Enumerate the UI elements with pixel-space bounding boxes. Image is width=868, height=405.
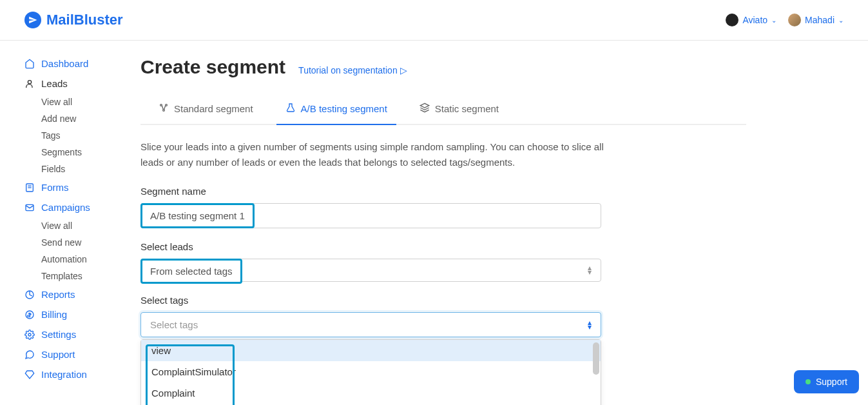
sidebar-item-support[interactable]: Support: [24, 344, 140, 364]
sidebar-item-billing[interactable]: Billing: [24, 304, 140, 324]
dollar-icon: [24, 310, 35, 320]
form-icon: [24, 183, 35, 193]
org-avatar-icon: [726, 14, 738, 26]
brand-name: MailBluster: [46, 12, 123, 28]
sidebar-item-integration[interactable]: Integration: [24, 364, 140, 384]
play-icon: ▷: [400, 65, 407, 75]
highlight-segment-name: A/B testing segment 1: [140, 203, 255, 228]
chart-icon: [24, 290, 35, 300]
label-select-tags: Select tags: [140, 295, 746, 306]
svg-point-7: [28, 333, 31, 336]
description: Slice your leads into a given number of …: [140, 139, 604, 170]
org-switcher[interactable]: Aviato ⌄: [726, 14, 776, 26]
header-right: Aviato ⌄ Mahadi ⌄: [726, 14, 844, 26]
svg-point-10: [163, 110, 165, 112]
network-icon: [159, 103, 169, 115]
layers-icon: [420, 103, 430, 115]
top-header: MailBluster Aviato ⌄ Mahadi ⌄: [0, 0, 868, 41]
dropdown-option[interactable]: Complaint: [141, 382, 601, 404]
sidebar-item-leads[interactable]: Leads: [24, 74, 140, 94]
tags-dropdown: view ComplaintSimulator Complaint Buyers: [140, 339, 601, 405]
sidebar-sub-segments[interactable]: Segments: [24, 144, 140, 161]
sidebar-sub-campaign-automation[interactable]: Automation: [24, 251, 140, 268]
sort-icon: ▴▾: [588, 266, 592, 275]
sidebar-sub-campaign-viewall[interactable]: View all: [24, 217, 140, 234]
user-name: Mahadi: [805, 15, 834, 25]
diamond-icon: [24, 370, 35, 380]
sidebar-item-reports[interactable]: Reports: [24, 284, 140, 304]
highlight-select-leads: From selected tags: [140, 259, 242, 284]
status-dot-icon: [805, 379, 811, 384]
svg-point-0: [28, 80, 31, 83]
label-select-leads: Select leads: [140, 241, 746, 252]
sidebar-sub-viewall[interactable]: View all: [24, 94, 140, 110]
chevron-down-icon: ⌄: [838, 17, 844, 24]
chat-icon: [24, 350, 35, 360]
sidebar-item-settings[interactable]: Settings: [24, 324, 140, 344]
sort-icon: ▴▾: [588, 321, 592, 330]
flask-icon: [285, 103, 296, 115]
user-avatar-icon: [788, 14, 801, 26]
tab-static[interactable]: Static segment: [420, 96, 499, 124]
sidebar-sub-fields[interactable]: Fields: [24, 161, 140, 177]
tab-ab-testing[interactable]: A/B testing segment: [285, 96, 387, 124]
tab-standard[interactable]: Standard segment: [159, 96, 253, 124]
sidebar-sub-campaign-templates[interactable]: Templates: [24, 268, 140, 284]
sidebar-item-forms[interactable]: Forms: [24, 177, 140, 197]
brand-logo[interactable]: MailBluster: [24, 12, 123, 28]
home-icon: [24, 59, 35, 69]
sidebar-item-dashboard[interactable]: Dashboard: [24, 54, 140, 74]
sidebar: Dashboard Leads View all Add new Tags Se…: [0, 41, 140, 384]
segment-tabs: Standard segment A/B testing segment Sta…: [140, 96, 746, 125]
label-segment-name: Segment name: [140, 186, 746, 197]
page-title: Create segment: [140, 56, 285, 78]
svg-marker-11: [420, 103, 429, 108]
tutorial-link[interactable]: Tutorial on segmentation ▷: [298, 65, 407, 75]
dropdown-option[interactable]: view: [141, 340, 601, 361]
scrollbar[interactable]: [593, 342, 599, 375]
support-button[interactable]: Support: [794, 370, 859, 393]
user-menu[interactable]: Mahadi ⌄: [788, 14, 844, 26]
sidebar-item-campaigns[interactable]: Campaigns: [24, 197, 140, 217]
user-icon: [24, 79, 35, 89]
gear-icon: [24, 330, 35, 340]
chevron-down-icon: ⌄: [771, 17, 776, 24]
select-tags[interactable]: Select tags ▴▾: [140, 312, 601, 337]
dropdown-option[interactable]: ComplaintSimulator: [141, 361, 601, 382]
envelope-icon: [24, 202, 35, 213]
sidebar-sub-addnew[interactable]: Add new: [24, 110, 140, 127]
sidebar-sub-tags[interactable]: Tags: [24, 127, 140, 144]
paper-plane-icon: [24, 12, 41, 28]
sidebar-sub-campaign-sendnew[interactable]: Send new: [24, 234, 140, 251]
org-name: Aviato: [742, 15, 767, 25]
main-content: Create segment Tutorial on segmentation …: [140, 41, 746, 384]
